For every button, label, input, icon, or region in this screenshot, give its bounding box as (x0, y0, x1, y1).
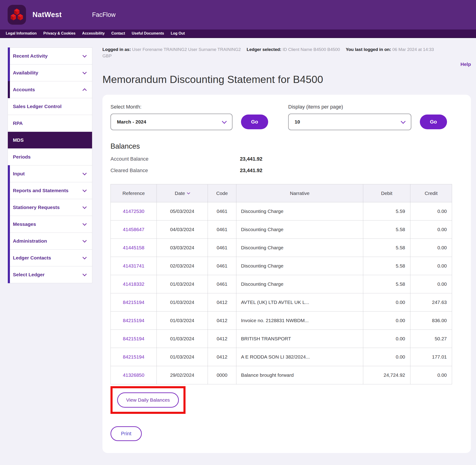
print-button[interactable]: Print (111, 426, 142, 441)
sidebar-item-recent-activity[interactable]: Recent Activity (8, 48, 92, 64)
nav-link-useful-documents[interactable]: Useful Documents (132, 31, 164, 35)
view-daily-balances-button[interactable]: View Daily Balances (117, 392, 179, 408)
debit-cell: 5.58 (363, 239, 410, 257)
sidebar-item-availability[interactable]: Availability (8, 64, 92, 81)
app-header: NatWest FacFlow (0, 0, 476, 30)
sidebar-item-label: Stationery Requests (13, 205, 83, 210)
debit-cell: 0.00 (363, 312, 410, 330)
reference-link[interactable]: 41431741 (123, 263, 144, 268)
month-go-button[interactable]: Go (241, 115, 268, 129)
help-link[interactable]: Help (460, 62, 471, 67)
table-row: 84215194 01/03/2024 0412 Invoice no. 212… (111, 312, 452, 330)
app-name: FacFlow (92, 11, 116, 18)
sidebar-item-label: Messages (13, 222, 83, 227)
sidebar-item-rpa[interactable]: RPA (8, 115, 92, 132)
sidebar-item-messages[interactable]: Messages (8, 216, 92, 233)
nav-link-privacy-cookies[interactable]: Privacy & Cookies (43, 31, 75, 35)
session-last-login-label: You last logged in on: (346, 47, 391, 52)
code-cell: 0412 (208, 293, 236, 312)
narrative-cell: A E RODDA SON LI 382/2024... (236, 348, 363, 366)
credit-cell: 0.00 (410, 202, 452, 221)
date-cell: 29/02/2024 (157, 366, 208, 384)
reference-link[interactable]: 84215194 (123, 336, 144, 341)
chevron-down-icon (82, 205, 87, 209)
nav-link-contact[interactable]: Contact (111, 31, 125, 35)
reference-link[interactable]: 41418332 (123, 281, 144, 287)
reference-link[interactable]: 84215194 (123, 318, 144, 323)
date-cell: 01/03/2024 (157, 275, 208, 293)
reference-link[interactable]: 41472530 (123, 209, 144, 214)
main-content: Logged in as: User Forename TRAINING2 Us… (102, 46, 471, 453)
date-cell: 05/03/2024 (157, 202, 208, 221)
sidebar-item-input[interactable]: Input (8, 165, 92, 182)
session-info: Logged in as: User Forename TRAINING2 Us… (102, 46, 471, 59)
sidebar-item-mds[interactable]: MDS (8, 132, 92, 149)
col-header-date[interactable]: Date (157, 184, 208, 202)
table-row: 41418332 01/03/2024 0461 Discounting Cha… (111, 275, 452, 293)
sidebar-item-sales-ledger-control[interactable]: Sales Ledger Control (8, 98, 92, 115)
sidebar-item-reports-and-statements[interactable]: Reports and Statements (8, 182, 92, 199)
debit-cell: 0.00 (363, 348, 410, 366)
date-cell: 01/03/2024 (157, 348, 208, 366)
sidebar-item-label: Ledger Contacts (13, 255, 83, 261)
debit-cell: 24,724.92 (363, 366, 410, 384)
nav-link-log-out[interactable]: Log Out (171, 31, 185, 35)
reference-link[interactable]: 41326850 (123, 372, 144, 378)
table-row: 84215194 01/03/2024 0412 AVTEL (UK) LTD … (111, 293, 452, 312)
table-header-row: Reference Date Code Narrative Debit Cred… (111, 184, 452, 202)
code-cell: 0000 (208, 366, 236, 384)
sidebar-item-label: Availability (13, 70, 83, 75)
table-row: 41326850 29/02/2024 0000 Balance brought… (111, 366, 452, 384)
balances-heading: Balances (111, 142, 452, 150)
date-cell: 02/03/2024 (157, 257, 208, 275)
chevron-down-icon (82, 222, 87, 226)
col-header-narrative: Narrative (236, 184, 363, 202)
sidebar-item-label: Input (13, 171, 83, 177)
sort-chevron-down-icon (187, 191, 190, 194)
sidebar-item-accounts[interactable]: Accounts (8, 81, 92, 98)
code-cell: 0461 (208, 202, 236, 221)
credit-cell: 0.00 (410, 275, 452, 293)
code-cell: 0461 (208, 275, 236, 293)
sidebar-item-stationery-requests[interactable]: Stationery Requests (8, 199, 92, 216)
highlight-box: View Daily Balances (111, 386, 185, 414)
credit-cell: 177.01 (410, 348, 452, 366)
reference-link[interactable]: 84215194 (123, 354, 144, 359)
sidebar-item-label: Reports and Statements (13, 188, 83, 193)
display-label: Display (items per page) (288, 104, 447, 110)
sidebar: Recent Activity Availability Accounts Sa… (8, 47, 92, 283)
code-cell: 0461 (208, 221, 236, 239)
sidebar-item-label: Periods (13, 154, 86, 160)
natwest-logo-icon (10, 8, 23, 22)
sidebar-item-periods[interactable]: Periods (8, 149, 92, 165)
page-title: Memorandum Discounting Statement for B45… (102, 74, 471, 85)
nav-link-legal-information[interactable]: Legal Information (6, 31, 37, 35)
session-last-login-value: 06 Mar 2024 at 14:33 (393, 47, 434, 52)
sidebar-item-label: Select Ledger (13, 272, 83, 277)
date-cell: 01/03/2024 (157, 330, 208, 348)
chevron-down-icon (222, 119, 227, 124)
natwest-logo[interactable] (8, 5, 26, 25)
sidebar-item-select-ledger[interactable]: Select Ledger (8, 266, 92, 283)
narrative-cell: AVTEL (UK) LTD AVTEL UK L... (236, 293, 363, 312)
credit-cell: 0.00 (410, 239, 452, 257)
sidebar-item-administration[interactable]: Administration (8, 233, 92, 250)
sidebar-item-ledger-contacts[interactable]: Ledger Contacts (8, 250, 92, 266)
session-ledger-selected-value: ID Client Name B4500 B4500 (283, 47, 340, 52)
reference-link[interactable]: 41445158 (123, 245, 144, 250)
narrative-cell: Discounting Charge (236, 239, 363, 257)
chevron-down-icon (82, 238, 87, 243)
month-select[interactable]: March - 2024 (111, 114, 233, 130)
reference-link[interactable]: 41458647 (123, 227, 144, 232)
nav-link-accessibility[interactable]: Accessibility (82, 31, 105, 35)
chevron-down-icon (82, 70, 87, 74)
col-header-debit: Debit (363, 184, 410, 202)
statement-table-body: 41472530 05/03/2024 0461 Discounting Cha… (111, 202, 452, 384)
narrative-cell: BRITISH TRANSPORT (236, 330, 363, 348)
narrative-cell: Balance brought forward (236, 366, 363, 384)
debit-cell: 5.58 (363, 221, 410, 239)
display-select[interactable]: 10 (288, 114, 411, 130)
chevron-down-icon (82, 255, 87, 259)
display-go-button[interactable]: Go (420, 115, 447, 129)
reference-link[interactable]: 84215194 (123, 300, 144, 305)
